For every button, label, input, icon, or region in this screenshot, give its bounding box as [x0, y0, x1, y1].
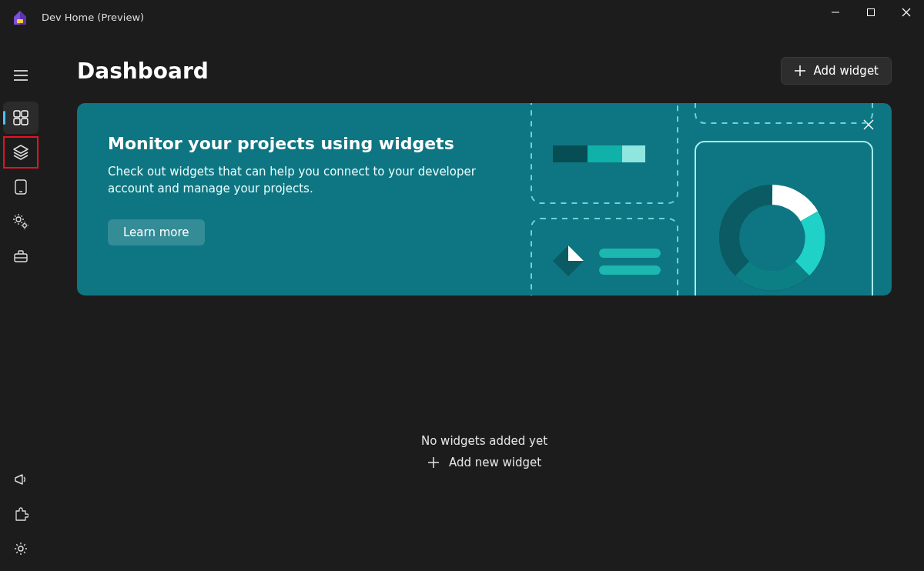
add-new-widget-button[interactable]: Add new widget [427, 456, 541, 469]
page-title: Dashboard [77, 58, 209, 84]
sidebar-item-config[interactable] [3, 205, 38, 238]
sidebar-item-utilities[interactable] [3, 240, 38, 272]
megaphone-icon [13, 472, 28, 487]
svg-rect-11 [22, 119, 28, 125]
svg-rect-26 [695, 142, 872, 296]
puzzle-icon [13, 506, 28, 522]
svg-rect-24 [531, 219, 678, 296]
svg-rect-8 [14, 111, 20, 117]
layers-icon [12, 144, 29, 161]
learn-more-button[interactable]: Learn more [108, 219, 205, 245]
gear-icon [13, 541, 28, 556]
gears-icon [12, 213, 29, 230]
close-icon [902, 8, 911, 17]
svg-rect-10 [14, 119, 20, 125]
svg-rect-29 [588, 145, 622, 162]
svg-rect-9 [22, 111, 28, 117]
svg-point-18 [18, 546, 23, 551]
hamburger-icon [14, 70, 28, 81]
svg-point-14 [16, 217, 21, 222]
window-minimize-button[interactable] [818, 0, 853, 25]
sidebar-item-dashboard[interactable] [3, 102, 38, 134]
sidebar-item-environments[interactable] [3, 171, 38, 203]
intro-banner: Monitor your projects using widgets Chec… [77, 103, 892, 296]
main-content: Dashboard Add widget Monitor your projec… [42, 34, 924, 571]
empty-state-title: No widgets added yet [421, 434, 547, 448]
window-close-button[interactable] [889, 0, 924, 25]
toolbox-icon [13, 249, 28, 264]
app-title: Dev Home (Preview) [42, 12, 144, 23]
svg-rect-23 [531, 103, 678, 203]
plus-icon [427, 456, 440, 469]
banner-title: Monitor your projects using widgets [108, 134, 508, 153]
add-widget-button[interactable]: Add widget [781, 57, 892, 85]
device-icon [14, 179, 28, 195]
svg-rect-31 [599, 249, 661, 258]
empty-state: No widgets added yet Add new widget [77, 434, 892, 469]
learn-more-label: Learn more [123, 225, 189, 239]
sidebar-item-settings[interactable] [3, 533, 38, 565]
app-icon [9, 6, 31, 28]
svg-rect-2 [868, 9, 875, 16]
sidebar-item-extensions[interactable] [3, 498, 38, 530]
svg-rect-30 [622, 145, 645, 162]
titlebar: Dev Home (Preview) [0, 0, 924, 34]
svg-rect-0 [17, 19, 23, 23]
window-maximize-button[interactable] [853, 0, 889, 25]
svg-point-27 [729, 195, 815, 281]
svg-point-15 [23, 224, 27, 228]
svg-rect-32 [599, 265, 661, 275]
sidebar-item-machine-config[interactable] [3, 136, 38, 169]
banner-description: Check out widgets that can help you conn… [108, 164, 508, 198]
banner-close-button[interactable] [858, 114, 879, 135]
svg-rect-28 [553, 145, 588, 162]
hamburger-button[interactable] [0, 60, 42, 91]
banner-illustration [522, 103, 892, 296]
plus-icon [794, 65, 806, 77]
minimize-icon [831, 8, 840, 17]
svg-rect-25 [695, 103, 872, 123]
add-widget-label: Add widget [814, 64, 879, 78]
maximize-icon [866, 8, 875, 17]
close-icon [863, 119, 874, 130]
dashboard-icon [13, 110, 28, 125]
sidebar-item-feedback[interactable] [3, 463, 38, 496]
sidebar [0, 34, 42, 571]
add-new-widget-label: Add new widget [449, 456, 541, 469]
